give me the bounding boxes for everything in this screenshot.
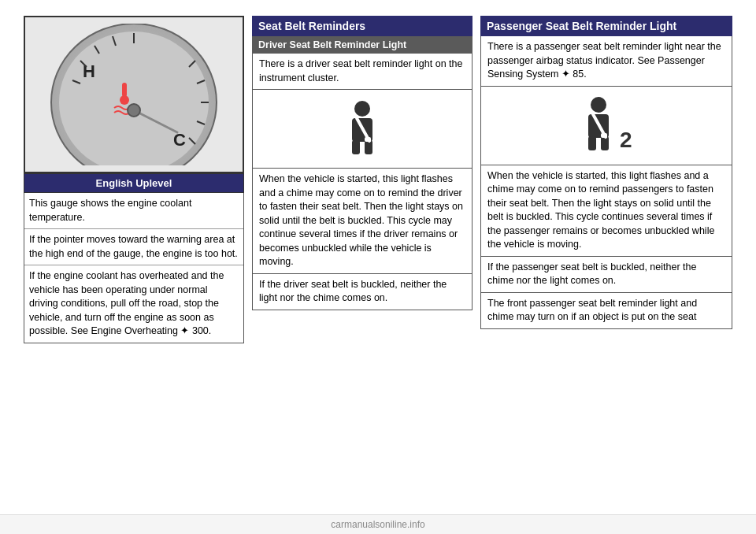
passenger-belt-body-text: When the vehicle is started, this light … [487,170,714,250]
driver-belt-intro-block: There is a driver seat belt reminder lig… [252,54,472,90]
svg-point-17 [128,104,140,117]
driver-belt-sub-header: Driver Seat Belt Reminder Light [252,36,472,54]
passenger-belt-object-block: The front passenger seat belt reminder l… [480,293,732,329]
svg-rect-29 [601,133,607,138]
driver-belt-buckled-block: If the driver seat belt is buckled, neit… [252,274,472,310]
svg-point-15 [120,95,129,105]
right-column: Passenger Seat Belt Reminder Light There… [480,16,732,499]
svg-text:C: C [173,130,186,150]
svg-point-18 [354,101,370,117]
passenger-belt-intro-block: There is a passenger seat belt reminder … [480,36,732,87]
seat-belt-header-text: Seat Belt Reminders [258,20,365,32]
watermark-text: carmanualsoniline.info [331,519,424,530]
driver-belt-intro-text: There is a driver seat belt reminder lig… [259,58,462,83]
left-text-blocks: This gauge shows the engine coolant temp… [24,193,244,343]
passenger-belt-body-block: When the vehicle is started, this light … [480,165,732,257]
seat-belt-section-header: Seat Belt Reminders [252,16,472,36]
svg-rect-14 [122,83,127,97]
gauge-label: English Uplevel [24,173,244,193]
coolant-description-block: This gauge shows the engine coolant temp… [24,193,243,229]
driver-belt-icon-block [252,90,472,169]
passenger-belt-intro-text: There is a passenger seat belt reminder … [487,41,721,80]
gauge-label-text: English Uplevel [96,177,172,189]
overheat-action-block: If the engine coolant has overheated and… [24,265,243,343]
overheat-action-text: If the engine coolant has overheated and… [29,270,224,336]
svg-point-24 [591,97,606,113]
coolant-description-text: This gauge shows the engine coolant temp… [29,198,191,223]
passenger-belt-object-text: The front passenger seat belt reminder l… [487,298,697,323]
driver-belt-sub-header-text: Driver Seat Belt Reminder Light [258,39,406,50]
left-column: H C [24,16,244,499]
driver-belt-buckled-text: If the driver seat belt is buckled, neit… [259,279,447,304]
passenger-belt-buckled-block: If the passenger seat belt is buckled, n… [480,257,732,293]
passenger-belt-buckled-text: If the passenger seat belt is buckled, n… [487,261,696,287]
svg-text:2: 2 [620,128,632,152]
driver-seatbelt-icon [335,98,390,161]
watermark: carmanualsoniline.info [0,514,756,534]
pointer-warning-block: If the pointer moves toward the warning … [24,229,243,265]
driver-belt-body-block: When the vehicle is started, this light … [252,169,472,274]
svg-rect-23 [365,137,371,142]
middle-column: Seat Belt Reminders Driver Seat Belt Rem… [252,16,472,499]
pointer-warning-text: If the pointer moves toward the warning … [29,234,238,259]
gauge-image: H C [24,16,244,173]
svg-rect-26 [588,136,596,150]
passenger-seatbelt-icon: 2 [571,94,642,157]
passenger-belt-header-text: Passenger Seat Belt Reminder Light [487,20,676,32]
passenger-belt-section-header: Passenger Seat Belt Reminder Light [480,16,732,36]
driver-belt-body-text: When the vehicle is started, this light … [259,173,463,267]
gauge-svg: H C [39,24,228,165]
passenger-belt-icon-block: 2 [480,87,732,165]
svg-rect-20 [352,140,360,154]
